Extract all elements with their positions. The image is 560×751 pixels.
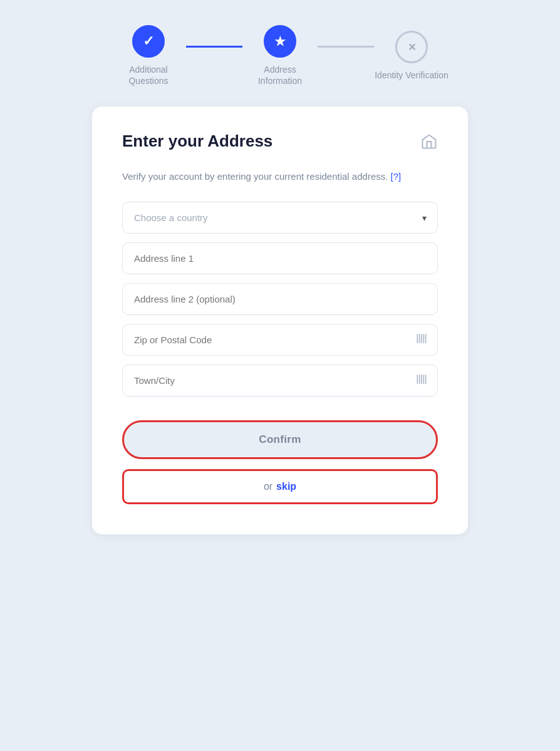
home-icon [420, 133, 438, 154]
address-line1-input[interactable] [122, 242, 438, 274]
stepper: AdditionalQuestions Address Information … [111, 25, 449, 86]
skip-row: or skip [122, 469, 438, 504]
step-circle-active [264, 25, 296, 58]
checkmark-icon [143, 33, 154, 49]
step-label-additional-questions: AdditionalQuestions [128, 64, 168, 86]
step-circle-completed [132, 25, 165, 58]
address-line2-input[interactable] [122, 283, 438, 315]
step-circle-inactive [395, 31, 428, 63]
step-label-identity-verification: Identity Verification [375, 70, 449, 81]
page-container: AdditionalQuestions Address Information … [13, 25, 547, 534]
step-address-information: Address Information [242, 25, 318, 86]
country-select-wrapper: Choose a country United States United Ki… [122, 202, 438, 234]
card-title: Enter your Address [122, 132, 272, 151]
address-line1-group [122, 242, 438, 274]
address-card: Enter your Address Verify your account b… [92, 106, 468, 534]
step-label-address-information: Address Information [242, 64, 318, 86]
card-description: Verify your account by entering your cur… [122, 169, 438, 184]
zip-field-group [122, 324, 438, 356]
help-link[interactable]: [?] [391, 171, 402, 182]
address-line2-group [122, 283, 438, 315]
skip-prefix-text: or [264, 481, 272, 492]
city-input[interactable] [122, 365, 438, 396]
city-input-wrapper [122, 365, 438, 396]
description-text: Verify your account by entering your cur… [122, 171, 388, 182]
country-select[interactable]: Choose a country United States United Ki… [122, 202, 438, 234]
barcode-icon [415, 332, 428, 348]
xmark-icon [408, 41, 416, 54]
zip-input[interactable] [122, 324, 438, 356]
step-additional-questions: AdditionalQuestions [111, 25, 186, 86]
card-header: Enter your Address [122, 132, 438, 154]
barcode-icon-2 [415, 373, 428, 388]
zip-input-wrapper [122, 324, 438, 356]
star-icon [274, 34, 286, 49]
skip-button[interactable]: skip [276, 481, 296, 492]
step-identity-verification: Identity Verification [374, 31, 449, 81]
city-field-group [122, 365, 438, 396]
country-field-group: Choose a country United States United Ki… [122, 202, 438, 234]
step-connector-1 [186, 46, 242, 48]
confirm-button[interactable]: Confirm [122, 420, 438, 459]
step-connector-2 [318, 46, 374, 48]
